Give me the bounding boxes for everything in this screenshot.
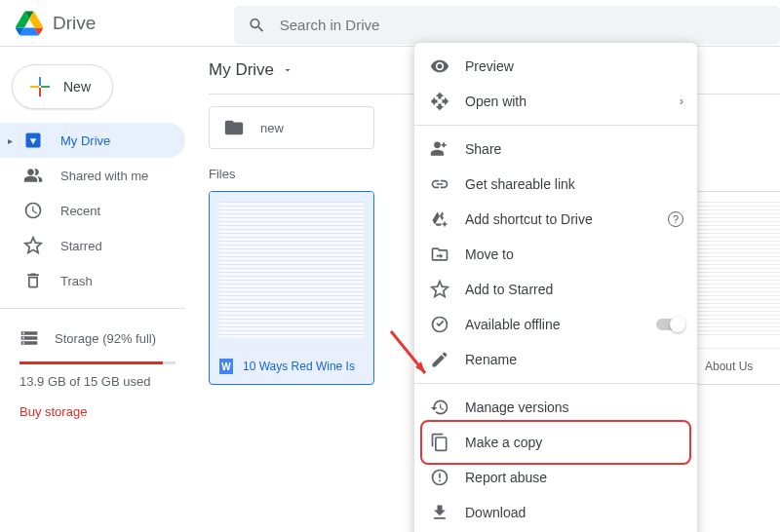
move-to-icon: [430, 245, 449, 264]
annotation-highlight: [420, 420, 691, 465]
storage-label[interactable]: Storage (92% full): [20, 328, 176, 348]
shared-icon: [23, 166, 43, 185]
menu-manage-versions[interactable]: Manage versions: [414, 390, 697, 425]
eye-icon: [430, 57, 449, 76]
menu-get-link[interactable]: Get shareable link: [414, 167, 697, 202]
storage-icon: [20, 328, 39, 348]
help-icon[interactable]: ?: [668, 211, 683, 227]
link-icon: [430, 174, 449, 194]
new-button-label: New: [63, 79, 91, 95]
sidebar-item-recent[interactable]: Recent: [0, 193, 185, 228]
file-card[interactable]: W 10 Ways Red Wine Is: [209, 191, 374, 385]
search-icon: [248, 16, 266, 35]
copy-icon: [430, 433, 449, 452]
sidebar-item-shared[interactable]: Shared with me: [0, 158, 185, 193]
file-preview: [210, 192, 373, 348]
storage-bar: [20, 361, 176, 364]
sidebar-item-label: Shared with me: [60, 169, 148, 183]
drive-logo-icon: [16, 11, 43, 36]
menu-preview[interactable]: Preview: [414, 49, 697, 84]
file-name: 10 Ways Red Wine Is: [243, 360, 355, 373]
storage-used: 13.9 GB of 15 GB used: [20, 374, 176, 389]
open-with-icon: [430, 92, 449, 111]
my-drive-icon: [23, 131, 43, 150]
search-input[interactable]: [280, 17, 766, 33]
context-menu: Preview Open with › Share Get shareable …: [414, 43, 697, 532]
menu-open-with[interactable]: Open with ›: [414, 84, 697, 119]
search-bar[interactable]: [234, 6, 780, 45]
sidebar-item-label: Starred: [60, 239, 102, 253]
offline-toggle[interactable]: [656, 319, 683, 330]
share-icon: [430, 139, 449, 159]
menu-make-copy[interactable]: Make a copy: [414, 425, 697, 460]
menu-add-shortcut[interactable]: Add shortcut to Drive ?: [414, 202, 697, 237]
word-doc-icon: W: [219, 359, 233, 374]
menu-report-abuse[interactable]: Report abuse: [414, 460, 697, 495]
drive-logo[interactable]: Drive: [0, 11, 234, 36]
sidebar-item-label: Recent: [60, 204, 100, 218]
folder-name: new: [260, 121, 284, 135]
sidebar-item-starred[interactable]: Starred: [0, 228, 185, 263]
offline-icon: [430, 315, 449, 334]
sidebar-item-trash[interactable]: Trash: [0, 263, 185, 298]
rename-icon: [430, 350, 449, 369]
folder-item[interactable]: new: [209, 106, 374, 149]
versions-icon: [430, 398, 449, 417]
new-button[interactable]: New: [12, 64, 113, 109]
menu-add-starred[interactable]: Add to Starred: [414, 272, 697, 307]
menu-move-to[interactable]: Move to: [414, 237, 697, 272]
report-icon: [430, 468, 449, 487]
menu-share[interactable]: Share: [414, 132, 697, 167]
app-title: Drive: [53, 13, 96, 34]
trash-icon: [23, 271, 43, 290]
buy-storage-link[interactable]: Buy storage: [20, 404, 176, 419]
download-icon: [430, 503, 449, 522]
sidebar-item-label: My Drive: [60, 133, 110, 148]
dropdown-icon: [282, 64, 293, 76]
sidebar-item-my-drive[interactable]: My Drive: [0, 123, 185, 158]
menu-download[interactable]: Download: [414, 495, 697, 530]
file-name: About Us: [705, 360, 753, 373]
folder-icon: [223, 117, 245, 138]
add-shortcut-icon: [430, 209, 449, 229]
plus-icon: [28, 75, 52, 98]
menu-rename[interactable]: Rename: [414, 342, 697, 377]
star-icon: [23, 236, 43, 255]
star-icon: [430, 280, 449, 299]
menu-available-offline[interactable]: Available offline: [414, 307, 697, 342]
sidebar-item-label: Trash: [60, 274, 93, 288]
recent-icon: [23, 201, 43, 220]
chevron-right-icon: ›: [680, 95, 683, 108]
